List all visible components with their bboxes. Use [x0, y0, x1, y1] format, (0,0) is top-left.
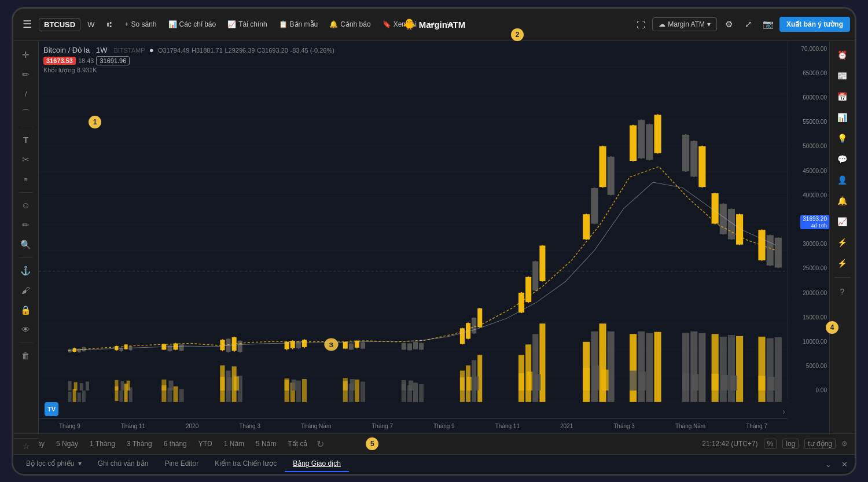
svg-rect-183 [86, 381, 89, 390]
tab-strategy[interactable]: Kiểm tra Chiến lược [207, 456, 285, 472]
template-button[interactable]: 📋 Bản mẫu [274, 19, 323, 30]
svg-rect-208 [639, 371, 646, 391]
brush-tool[interactable]: ✏ [17, 216, 35, 234]
svg-rect-196 [402, 380, 406, 390]
screenshot-button[interactable]: 📷 [760, 16, 776, 32]
curve-tool[interactable]: ⌒ [17, 105, 35, 123]
tool-divider-1 [19, 127, 33, 127]
indicators-button[interactable]: 📊 Các chỉ báo [164, 19, 221, 30]
alert-button[interactable]: 🔔 Cảnh báo [325, 19, 375, 30]
help-button[interactable]: ? [833, 282, 852, 301]
export-button[interactable]: Xuất bán ý tường [779, 17, 850, 32]
svg-rect-63 [238, 340, 242, 351]
svg-rect-158 [698, 146, 705, 187]
chart-area[interactable]: Bitcoin / Đô la 1W BITSTAMP ● O31794.49 … [39, 41, 829, 433]
margin-atm-selector[interactable]: ☁ Margin ATM ▾ [652, 17, 717, 31]
close-panel-button[interactable]: ✕ [838, 458, 850, 470]
screener-dropdown-icon[interactable]: ▾ [78, 459, 82, 468]
tab-pine-editor[interactable]: Pine Editor [156, 456, 207, 472]
tf-all[interactable]: Tất cả [285, 439, 310, 449]
svg-rect-207 [630, 370, 637, 390]
svg-rect-66 [296, 380, 301, 402]
notification-button[interactable]: 🔔 [833, 192, 852, 210]
svg-rect-89 [361, 342, 365, 348]
margin-atm-label: Margin ATM [668, 20, 705, 28]
svg-rect-214 [758, 376, 765, 390]
profile-button[interactable]: 👤 [833, 171, 852, 189]
text-tool[interactable]: T [17, 131, 35, 149]
grid-button[interactable]: ⚡ [833, 254, 852, 273]
zoom-tool[interactable]: 🔍 [17, 236, 35, 254]
bottom-tabs: Bộ lọc cổ phiếu ▾ Ghi chú văn bản Pine E… [13, 454, 855, 474]
anchor-tool[interactable]: ⚓ [17, 262, 35, 280]
price-0k: 0.00 [790, 387, 827, 393]
visibility-tool[interactable]: 👁 [17, 321, 35, 339]
tf-5year[interactable]: 5 Năm [253, 439, 278, 449]
tab-notes[interactable]: Ghi chú văn bản [90, 456, 157, 472]
tf-5day[interactable]: 5 Ngày [54, 439, 80, 449]
reset-zoom-icon[interactable]: ↻ [317, 439, 324, 450]
ticker-selector[interactable]: BTCUSD [39, 18, 80, 31]
emoji-tool[interactable]: ☺ [17, 196, 35, 215]
financials-button[interactable]: 📈 Tài chính [223, 19, 271, 30]
timeframe-selector[interactable]: W [83, 19, 99, 31]
tool-divider-2 [19, 192, 33, 193]
svg-rect-159 [712, 334, 719, 402]
tf-6month[interactable]: 6 tháng [161, 439, 189, 449]
svg-rect-85 [349, 343, 354, 349]
lock-tool[interactable]: 🔒 [17, 301, 35, 319]
chart-info: Bitcoin / Đô la 1W BITSTAMP ● O31794.49 … [43, 46, 334, 74]
log-btn[interactable]: log [782, 439, 799, 449]
svg-rect-43 [179, 389, 184, 402]
svg-rect-205 [592, 365, 599, 390]
pencil-tool[interactable]: ✏ [17, 65, 35, 84]
svg-rect-189 [220, 377, 225, 391]
performance-button[interactable]: 📈 [833, 212, 852, 231]
price-change: 18.43 [78, 57, 94, 64]
svg-rect-213 [730, 375, 737, 390]
tf-1year[interactable]: 1 Năm [222, 439, 247, 449]
chat-button[interactable]: 💬 [833, 150, 852, 168]
tf-1month[interactable]: 1 Tháng [87, 439, 117, 449]
svg-rect-116 [532, 334, 538, 402]
measure-tool[interactable]: ≡ [17, 170, 35, 189]
hamburger-button[interactable]: ☰ [18, 15, 36, 34]
tf-3month[interactable]: 3 Tháng [124, 439, 155, 449]
expand-button[interactable]: ⤢ [740, 16, 756, 32]
scissors-tool[interactable]: ✂ [17, 150, 35, 169]
percent-btn[interactable]: % [764, 439, 777, 449]
svg-rect-141 [654, 332, 661, 402]
minimize-panel-button[interactable]: ⌄ [822, 458, 834, 470]
svg-rect-160 [720, 336, 727, 402]
svg-rect-151 [690, 331, 697, 402]
svg-rect-182 [80, 383, 83, 391]
scroll-right-arrow[interactable]: › [782, 407, 785, 416]
auto-btn[interactable]: tự động [804, 439, 836, 449]
tab-screener[interactable]: Bộ lọc cổ phiếu ▾ [18, 456, 90, 472]
time-thangnam: Tháng Năm [301, 423, 331, 429]
trend-line-tool[interactable]: / [17, 85, 35, 104]
candlestick-chart: 3 [39, 41, 788, 433]
settings-button[interactable]: ⚙ [720, 16, 737, 32]
crosshair-tool[interactable]: ✛ [17, 46, 35, 64]
annotation-5: 5 [366, 437, 378, 450]
svg-rect-161 [728, 335, 735, 402]
ideas-button[interactable]: 💡 [833, 129, 852, 148]
paint-tool[interactable]: 🖌 [17, 281, 35, 300]
trash-tool[interactable]: 🗑 [17, 347, 35, 365]
tab-trading[interactable]: Bảng Giao dịch [285, 456, 349, 472]
lightning-button[interactable]: ⚡ [833, 233, 852, 252]
indicators-icon[interactable]: ⑆ [101, 16, 117, 32]
fullscreen-button[interactable]: ⛶ [632, 16, 649, 32]
price-35k: 35000.00 31693.204d 10h [790, 216, 827, 223]
svg-rect-173 [775, 337, 782, 402]
calendar-button[interactable]: 📅 [833, 87, 852, 106]
svg-rect-203 [535, 374, 540, 390]
favorite-button[interactable]: ☆ [13, 438, 39, 454]
news-button[interactable]: 📰 [833, 67, 852, 85]
compare-button[interactable]: + So sánh [120, 19, 161, 30]
screener-button[interactable]: 📊 [833, 108, 852, 127]
tf-ytd[interactable]: YTD [196, 439, 215, 449]
settings-gear-icon[interactable]: ⚙ [841, 440, 848, 448]
watchlist-button[interactable]: ⏰ [833, 46, 852, 64]
